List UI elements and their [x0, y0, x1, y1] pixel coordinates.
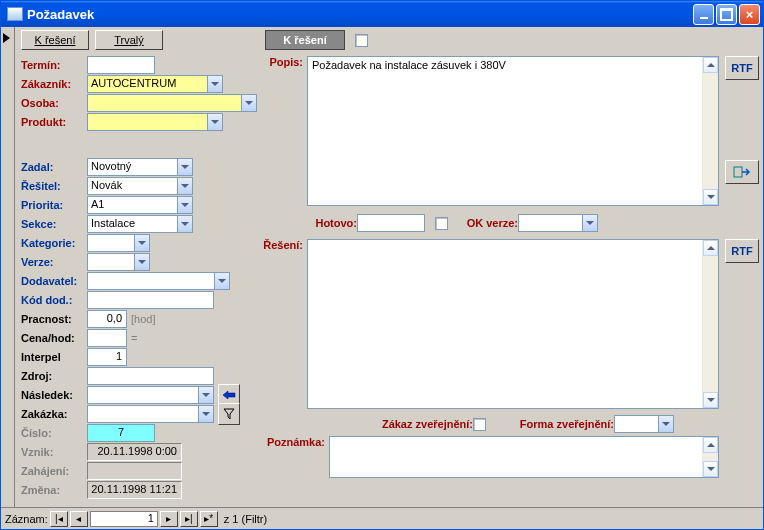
titlebar: Požadavek × — [1, 1, 763, 27]
zmena-field: 20.11.1998 11:21 — [87, 481, 182, 499]
scrollbar[interactable] — [702, 57, 718, 205]
resitel-combo[interactable]: Novák — [87, 177, 193, 195]
chevron-down-icon[interactable] — [207, 75, 223, 93]
kreseni-check[interactable] — [355, 34, 368, 47]
osoba-combo[interactable] — [87, 94, 257, 112]
kategorie-label: Kategorie: — [21, 237, 87, 249]
record-number-input[interactable]: 1 — [90, 511, 158, 527]
chevron-down-icon[interactable] — [207, 113, 223, 131]
svg-rect-0 — [734, 167, 742, 177]
maximize-button[interactable] — [716, 4, 737, 25]
forma-label: Forma zveřejnění: — [504, 418, 614, 430]
window-title: Požadavek — [27, 7, 691, 22]
record-selector[interactable] — [1, 27, 15, 507]
termin-input[interactable] — [87, 56, 155, 74]
okverze-combo[interactable] — [518, 214, 598, 232]
scroll-up-icon[interactable] — [703, 240, 718, 256]
nav-first-button[interactable]: |◂ — [50, 511, 68, 527]
chevron-down-icon[interactable] — [198, 386, 214, 404]
chevron-down-icon[interactable] — [134, 253, 150, 271]
resitel-label: Řešitel: — [21, 180, 87, 192]
poznamka-textarea[interactable] — [329, 436, 719, 478]
dodavatel-combo[interactable] — [87, 272, 230, 290]
zakaznik-combo[interactable]: AUTOCENTRUM — [87, 75, 223, 93]
trvaly-button[interactable]: Trvalý — [95, 30, 163, 50]
interpel-label: Interpel — [21, 351, 87, 363]
verze-combo[interactable] — [87, 253, 150, 271]
priorita-combo[interactable]: A1 — [87, 196, 193, 214]
sekce-combo[interactable]: Instalace — [87, 215, 193, 233]
zadal-combo[interactable]: Novotný — [87, 158, 193, 176]
scroll-up-icon[interactable] — [703, 437, 718, 453]
zakaz-check[interactable] — [473, 418, 486, 431]
koddod-label: Kód dod.: — [21, 294, 87, 306]
nav-last-button[interactable]: ▸| — [180, 511, 198, 527]
cenahod-input[interactable] — [87, 329, 127, 347]
popis-label: Popis: — [263, 56, 303, 206]
zmena-label: Změna: — [21, 484, 87, 496]
zakazka-combo[interactable] — [87, 405, 214, 423]
osoba-label: Osoba: — [21, 97, 87, 109]
nasledek-combo[interactable] — [87, 386, 214, 404]
chevron-down-icon[interactable] — [177, 177, 193, 195]
scroll-down-icon[interactable] — [703, 461, 718, 477]
rtf-popis-button[interactable]: RTF — [725, 56, 759, 80]
kategorie-combo[interactable] — [87, 234, 150, 252]
scrollbar[interactable] — [702, 240, 718, 408]
interpel-input[interactable]: 1 — [87, 348, 127, 366]
vznik-field: 20.11.1998 0:00 — [87, 443, 182, 461]
close-button[interactable]: × — [739, 4, 760, 25]
nav-next-button[interactable]: ▸ — [160, 511, 178, 527]
reseni-label: Řešení: — [263, 239, 303, 409]
chevron-down-icon[interactable] — [658, 415, 674, 433]
scroll-down-icon[interactable] — [703, 392, 718, 408]
zdroj-input[interactable] — [87, 367, 214, 385]
chevron-down-icon[interactable] — [177, 215, 193, 233]
record-navigator: Záznam: |◂ ◂ 1 ▸ ▸| ▸* z 1 (Filtr) — [1, 507, 763, 529]
minimize-button[interactable] — [693, 4, 714, 25]
chevron-down-icon[interactable] — [177, 196, 193, 214]
chevron-down-icon[interactable] — [214, 272, 230, 290]
hotovo-check[interactable] — [435, 217, 448, 230]
current-record-arrow-icon — [3, 33, 10, 43]
chevron-down-icon[interactable] — [198, 405, 214, 423]
zakazka-filter-button[interactable] — [218, 403, 240, 425]
vznik-label: Vznik: — [21, 446, 87, 458]
kreseni-button[interactable]: K řešení — [21, 30, 89, 50]
scroll-up-icon[interactable] — [703, 57, 718, 73]
scrollbar[interactable] — [702, 437, 718, 477]
okverze-label: OK verze: — [458, 217, 518, 229]
chevron-down-icon[interactable] — [177, 158, 193, 176]
forma-combo[interactable] — [614, 415, 674, 433]
app-icon — [7, 7, 23, 21]
hotovo-input[interactable] — [357, 214, 425, 232]
produkt-combo[interactable] — [87, 113, 223, 131]
cenahod-eq: = — [131, 332, 137, 344]
chevron-down-icon[interactable] — [134, 234, 150, 252]
produkt-label: Produkt: — [21, 116, 87, 128]
verze-label: Verze: — [21, 256, 87, 268]
chevron-down-icon[interactable] — [582, 214, 598, 232]
scroll-down-icon[interactable] — [703, 189, 718, 205]
cenahod-label: Cena/hod: — [21, 332, 87, 344]
export-button[interactable] — [725, 160, 759, 184]
cislo-field: 7 — [87, 424, 155, 442]
pracnost-unit: [hod] — [131, 313, 155, 325]
sekce-label: Sekce: — [21, 218, 87, 230]
popis-textarea[interactable]: Požadavek na instalace zásuvek i 380V — [307, 56, 719, 206]
kreseni-status-button[interactable]: K řešení — [265, 30, 345, 50]
priorita-label: Priorita: — [21, 199, 87, 211]
rtf-reseni-button[interactable]: RTF — [725, 239, 759, 263]
zakaz-label: Zákaz zveřejnění: — [363, 418, 473, 430]
nav-new-button[interactable]: ▸* — [200, 511, 218, 527]
nasledek-label: Následek: — [21, 389, 87, 401]
nav-prev-button[interactable]: ◂ — [70, 511, 88, 527]
koddod-input[interactable] — [87, 291, 214, 309]
chevron-down-icon[interactable] — [241, 94, 257, 112]
zakazka-label: Zakázka: — [21, 408, 87, 420]
pracnost-input[interactable]: 0,0 — [87, 310, 127, 328]
termin-label: Termín: — [21, 59, 87, 71]
reseni-textarea[interactable] — [307, 239, 719, 409]
zahajeni-field — [87, 462, 182, 480]
zdroj-label: Zdroj: — [21, 370, 87, 382]
